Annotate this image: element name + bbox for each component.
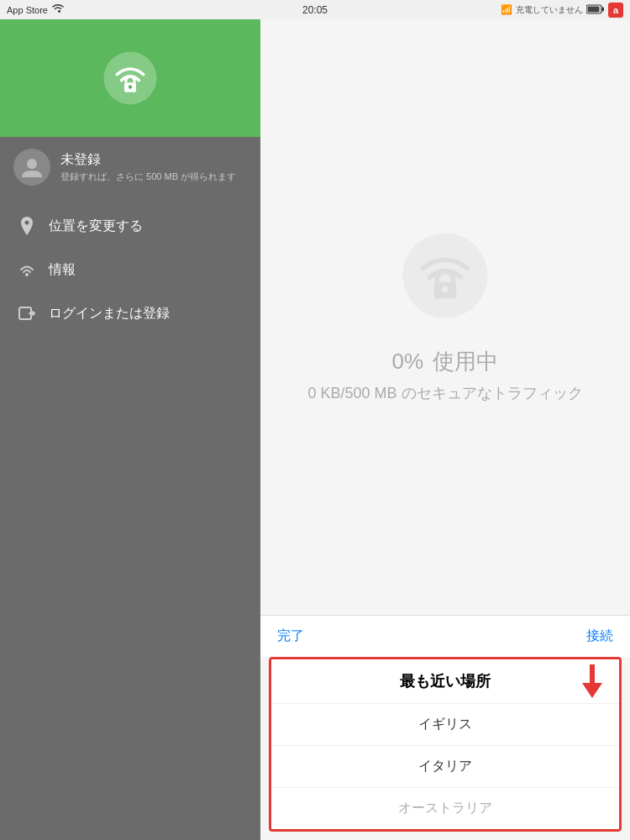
user-avatar [13, 149, 50, 186]
bluetooth-icon: 📶 [501, 4, 512, 15]
sidebar-item-info[interactable]: 情報 [0, 248, 260, 291]
usage-text: 0% 使用中 [392, 347, 499, 376]
svg-rect-1 [602, 7, 605, 11]
arrow-indicator [579, 664, 606, 698]
svg-point-3 [104, 52, 157, 105]
traffic-text: 0 KB/500 MB のセキュアなトラフィック [307, 383, 582, 404]
sidebar-item-location[interactable]: 位置を変更する [0, 204, 260, 248]
vpn-logo-main [399, 229, 491, 322]
status-bar-time: 20:05 [302, 4, 328, 16]
vpn-area: 0% 使用中 0 KB/500 MB のセキュアなトラフィック [260, 19, 630, 615]
svg-point-9 [25, 273, 29, 276]
right-panel: 0% 使用中 0 KB/500 MB のセキュアなトラフィック 完了 接続 最も… [260, 19, 630, 840]
avira-icon[interactable]: a [608, 3, 623, 18]
sidebar-menu: 位置を変更する 情報 [0, 197, 260, 840]
app-store-label: App Store [7, 5, 48, 15]
location-australia-label: オーストラリア [398, 801, 492, 815]
location-nearest-label: 最も近い場所 [400, 673, 491, 690]
done-button[interactable]: 完了 [277, 627, 304, 645]
status-bar-left: App Store [7, 3, 65, 16]
info-icon [17, 260, 37, 280]
sidebar-item-login[interactable]: ログインまたは登録 [0, 291, 260, 335]
location-item-italy[interactable]: イタリア [271, 746, 619, 788]
location-pin-icon [17, 216, 37, 236]
status-bar: App Store 20:05 📶 充電していません a [0, 0, 630, 19]
login-icon [17, 303, 37, 323]
location-uk-label: イギリス [418, 717, 472, 731]
user-name: 未登録 [60, 151, 247, 169]
charging-label: 充電していません [516, 4, 583, 16]
svg-point-11 [402, 234, 487, 318]
sidebar-user: 未登録 登録すれば、さらに 500 MB が得られます [0, 137, 260, 197]
user-info: 未登録 登録すれば、さらに 500 MB が得られます [60, 151, 247, 183]
svg-point-7 [27, 159, 37, 169]
vpn-logo-sidebar [101, 49, 160, 108]
main-layout: 未登録 登録すれば、さらに 500 MB が得られます 位置を変更する [0, 19, 630, 840]
usage-label: 使用中 [433, 349, 498, 374]
usage-percent: 0% [392, 349, 424, 374]
svg-point-14 [442, 286, 449, 293]
info-label: 情報 [49, 261, 76, 279]
sidebar-header [0, 19, 260, 137]
battery-icon [586, 4, 605, 16]
status-bar-right: 📶 充電していません a [501, 3, 623, 18]
svg-point-6 [129, 85, 132, 88]
user-sub: 登録すれば、さらに 500 MB が得られます [60, 171, 247, 183]
location-label: 位置を変更する [49, 218, 143, 235]
login-label: ログインまたは登録 [49, 305, 170, 323]
connect-button[interactable]: 接続 [586, 627, 613, 645]
location-nearest[interactable]: 最も近い場所 [271, 659, 619, 704]
svg-point-8 [25, 221, 29, 225]
location-picker: 最も近い場所 イギリス イタリア オーストラリア [269, 657, 622, 832]
location-item-australia[interactable]: オーストラリア [271, 788, 619, 829]
arrow-down-icon [579, 664, 606, 698]
wifi-icon [51, 3, 65, 16]
location-item-uk[interactable]: イギリス [271, 704, 619, 746]
bottom-toolbar: 完了 接続 [260, 615, 630, 657]
svg-rect-2 [588, 6, 600, 12]
location-italy-label: イタリア [418, 759, 472, 773]
sidebar: 未登録 登録すれば、さらに 500 MB が得られます 位置を変更する [0, 19, 260, 840]
